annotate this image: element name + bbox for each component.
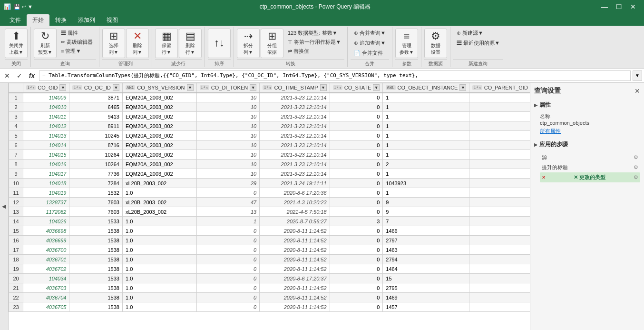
table-row[interactable]: 61040148716EQM20A_2003_002102021-3-23 12… [9,140,530,150]
maximize-button[interactable]: ☐ [612,0,626,13]
cell-co_state: 0 [330,102,383,112]
col-filter-CO_OC_ID[interactable]: ▼ [113,84,119,91]
col-filter-CO_DI_TOKEN[interactable]: ▼ [250,84,256,91]
close-upload-button[interactable]: ⬆ 关闭并上载▼ [5,29,28,58]
row-number: 17 [9,245,23,255]
minimize-button[interactable]: — [597,0,612,13]
row-number: 4 [9,121,23,131]
table-row[interactable]: 810401610264EQM20A_2003_002102021-3-23 1… [9,160,530,169]
keep-rows-button[interactable]: ▦ 保留行▼ [155,29,178,58]
table-row[interactable]: 1311720827603xL20B_2003_002132021-4-5 7:… [9,207,530,217]
col-header-CO_STATE[interactable]: 1²₃ CO_STATE ▼ [330,83,383,93]
formula-cancel-button[interactable]: ✕ [2,70,12,81]
merge-query-button[interactable]: ⊕ 合并查询▼ [351,29,389,37]
new-source-button[interactable]: ⊕ 新建源▼ [453,29,491,37]
select-columns-button[interactable]: ⊞ 选择列▼ [102,29,125,58]
tab-view[interactable]: 视图 [101,14,124,26]
split-column-button[interactable]: ⇢ 拆分列▼ [237,29,260,58]
table-row[interactable]: 41040128911EQM20A_2003_002102021-3-23 12… [9,121,530,131]
recent-source-button[interactable]: ☰ 最近使用的源▼ [453,39,503,47]
cell-co_time_stamp: 2021-3-23 12:10:14 [260,102,330,112]
col-filter-CO_OBJECT_INSTANCE[interactable]: ▼ [459,84,466,91]
grid-container[interactable]: 1²₃ CO_GID ▼ 1²₃ CO_OC_ID ▼ [9,83,530,330]
tab-transform[interactable]: 转换 [49,14,72,26]
table-row[interactable]: 15403669815381.002020-8-11 1:14:52014661 [9,226,530,236]
tab-add-column[interactable]: 添加列 [72,14,101,26]
delete-columns-button[interactable]: ✕ 删除列▼ [126,29,149,58]
table-row[interactable]: 31040119413EQM20A_2003_002102021-3-23 12… [9,112,530,121]
append-query-button[interactable]: ⊕ 追加查询▼ [351,39,389,47]
step-item-source[interactable]: 源⚙ [540,152,640,162]
table-row[interactable]: 1410402615331.012020-8-7 0:56:27371 [9,217,530,226]
table-row[interactable]: 21040106465EQM20A_2003_002102021-3-23 12… [9,102,530,112]
manage-button[interactable]: ≡ 管理▼ [58,47,96,55]
table-row[interactable]: 16403669915381.002020-8-11 1:14:52027971 [9,236,530,245]
step-item-promoted-headers[interactable]: 提升的标题⚙ [540,162,640,172]
col-header-CO_OBJECT_INSTANCE[interactable]: ABC CO_OBJECT_INSTANCE ▼ [383,83,469,93]
cell-co_oc_id: 7603 [69,198,123,207]
ribbon-group-datasource-label: 数据源 [424,59,447,67]
left-panel-toggle[interactable]: ◀ [0,83,9,330]
step-settings-button-source[interactable]: ⚙ [634,154,638,160]
data-settings-button[interactable]: ⚙ 数据设置 [424,29,447,58]
merge-file-button[interactable]: 📄 合并文件 [351,49,389,57]
table-row[interactable]: 21403670315381.002020-8-11 1:14:52027951 [9,283,530,293]
table-row[interactable]: 1110401915321.002020-8-6 17:20:36011 [9,188,530,198]
sort-asc-button[interactable]: ↑↓ [208,29,231,58]
row-number: 1 [9,93,23,102]
advanced-editor-button[interactable]: ✏ 高级编辑器 [58,38,96,46]
replace-values-button[interactable]: ⇌ 替换值 [284,47,322,55]
formula-fx-button[interactable]: fx [27,70,37,81]
close-query-settings-button[interactable]: ✕ [634,87,640,95]
table-row[interactable]: 19403670215381.002020-8-11 1:14:52014641 [9,264,530,274]
cell-co_sys_version: 1.0 [122,188,196,198]
col-header-CO_GID[interactable]: 1²₃ CO_GID ▼ [23,83,69,93]
tab-home[interactable]: 开始 [27,14,49,26]
properties-button[interactable]: ☰ 属性 [58,29,96,37]
col-filter-CO_SYS_VERSION[interactable]: ▼ [187,84,194,91]
table-row[interactable]: 18403670115381.002020-8-11 1:14:52027941 [9,255,530,264]
table-row[interactable]: 11040093871EQM20A_2003_002102021-3-23 12… [9,93,530,102]
table-row[interactable]: 510401310245EQM20A_2003_002102021-3-23 1… [9,131,530,140]
step-settings-button-changed-type[interactable]: ⚙ [634,174,638,180]
delete-rows-button[interactable]: ▤ 删除行▼ [179,29,202,58]
cell-co_di_token: 29 [196,179,260,188]
table-row[interactable]: 710401510264EQM20A_2003_002102021-3-23 1… [9,150,530,160]
formula-confirm-button[interactable]: ✓ [14,70,25,81]
col-filter-CO_STATE[interactable]: ▼ [373,84,380,91]
formula-input[interactable] [39,70,631,81]
table-row[interactable]: 22403670415381.002020-8-11 1:14:52014691 [9,293,530,302]
all-properties-link[interactable]: 所有属性 [540,128,640,135]
data-type-button[interactable]: 123 数据类型: 整数▼ [284,29,341,37]
step-item-changed-type[interactable]: ✕ 更改的类型⚙ [540,172,640,182]
col-filter-CO_TIME_STAMP[interactable]: ▼ [320,84,327,91]
col-header-CO_SYS_VERSION[interactable]: ABC CO_SYS_VERSION ▼ [122,83,196,93]
tab-file[interactable]: 文件 [4,14,27,26]
col-header-CO_OC_ID[interactable]: 1²₃ CO_OC_ID ▼ [69,83,123,93]
group-by-button[interactable]: ⊞ 分组依据 [261,29,283,58]
table-row[interactable]: 91040177736EQM20A_2003_002102021-3-23 12… [9,169,530,179]
col-header-CO_PARENT_GID[interactable]: 1²₃ CO_PARENT_GID ▼ [469,83,530,93]
title-bar-left: 📊 💾 ↩ ▼ [4,3,33,10]
col-filter-CO_GID[interactable]: ▼ [59,84,66,91]
col-header-CO_TIME_STAMP[interactable]: 1²₃ CO_TIME_STAMP ▼ [260,83,330,93]
close-button[interactable]: ✕ [626,0,640,13]
title-bar: 📊 💾 ↩ ▼ ctp_common_objects - Power Query… [0,0,644,13]
refresh-icon: ↻ [41,31,49,41]
table-row[interactable]: 2010403415331.002020-8-6 17:20:370151 [9,274,530,283]
col-header-CO_DI_TOKEN[interactable]: 1²₃ CO_DI_TOKEN ▼ [196,83,260,93]
cell-co_parent_gid: 1 [469,121,530,131]
cell-co_sys_version: 1.0 [122,264,196,274]
cell-co_sys_version: 1.0 [122,302,196,312]
manage-params-button[interactable]: ≡ 管理参数▼ [395,29,418,58]
table-row[interactable]: 101040187284xL20B_2003_002292021-3-24 19… [9,179,530,188]
table-row[interactable]: 17403670015381.002020-8-11 1:14:52014631 [9,245,530,255]
table-row[interactable]: 1213287377603xL20B_2003_002472021-4-3 10… [9,198,530,207]
cell-co_parent_gid: 1 [469,93,530,102]
cell-co_oc_id: 1538 [69,236,123,245]
table-row[interactable]: 23403670515381.002020-8-11 1:14:52014571 [9,302,530,312]
first-row-header-button[interactable]: ⊤ 将第一行用作标题▼ [284,38,344,46]
step-settings-button-promoted-headers[interactable]: ⚙ [634,164,638,170]
refresh-preview-button[interactable]: ↻ 刷新预览▼ [34,29,57,58]
formula-expand-button[interactable]: ▼ [633,70,642,81]
